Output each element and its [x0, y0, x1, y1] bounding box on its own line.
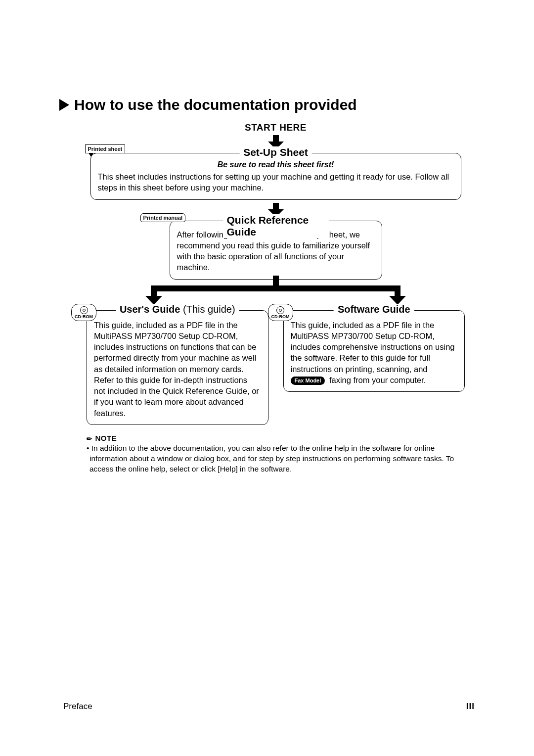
footer-section: Preface [63, 702, 92, 711]
users-guide-title-bold: User's Guide [120, 304, 180, 315]
disc-icon [80, 306, 88, 314]
start-here-label: START HERE [87, 122, 465, 133]
note-body: • In addition to the above documentation… [87, 443, 465, 474]
note-heading: ✎NOTE [87, 434, 465, 442]
software-guide-box: CD-ROM Software Guide This guide, includ… [283, 310, 465, 392]
users-guide-title: User's Guide (This guide) [116, 304, 239, 315]
cdrom-label: CD-ROM [271, 315, 290, 319]
printed-manual-tag: Printed manual [140, 213, 185, 222]
setup-sheet-subtitle: Be sure to read this sheet first! [98, 160, 454, 169]
cdrom-tag: CD-ROM [268, 304, 293, 321]
users-guide-body: This guide, included as a PDF file in th… [94, 320, 261, 419]
note-label: NOTE [95, 434, 117, 442]
setup-sheet-box: Printed sheet Set-Up Sheet Be sure to re… [90, 153, 461, 200]
pencil-icon: ✎ [85, 434, 94, 443]
quick-reference-box: Printed manual Quick Reference Guide Aft… [170, 221, 382, 280]
users-guide-title-thin: (This guide) [180, 304, 235, 315]
users-guide-box: CD-ROM User's Guide (This guide) This gu… [87, 310, 268, 425]
fax-model-badge: Fax Model [291, 377, 325, 385]
software-guide-body-pre: This guide, included as a PDF file in th… [291, 321, 455, 374]
cdrom-label: CD-ROM [75, 315, 93, 319]
play-triangle-icon [59, 99, 69, 111]
section-heading: How to use the documentation provided [59, 96, 475, 113]
disc-icon [276, 306, 284, 314]
guide-split: CD-ROM User's Guide (This guide) This gu… [87, 310, 465, 425]
software-guide-title: Software Guide [334, 304, 414, 315]
documentation-flow-diagram: START HERE Printed sheet Set-Up Sheet Be… [59, 122, 475, 474]
page: How to use the documentation provided ST… [0, 0, 534, 756]
printed-sheet-tag: Printed sheet [85, 144, 126, 153]
cdrom-tag: CD-ROM [71, 304, 96, 321]
note-block: ✎NOTE • In addition to the above documen… [87, 434, 465, 474]
setup-sheet-title: Set-Up Sheet [239, 146, 312, 158]
heading-text: How to use the documentation provided [74, 96, 357, 113]
quick-reference-title: Quick Reference Guide [223, 214, 329, 238]
page-number: III [466, 702, 475, 711]
software-guide-body: This guide, included as a PDF file in th… [291, 320, 458, 386]
setup-sheet-body: This sheet includes instructions for set… [98, 171, 454, 193]
software-guide-body-post: faxing from your computer. [327, 376, 426, 384]
page-footer: Preface III [63, 702, 475, 711]
